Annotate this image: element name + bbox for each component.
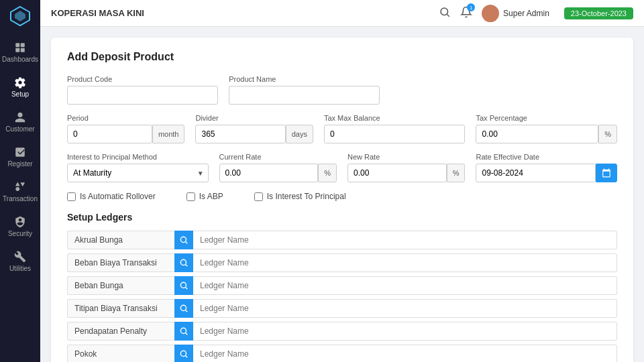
ledger-row: Beban Biaya Transaksi (67, 253, 617, 272)
content-area: Add Deposit Product Product Code Product… (40, 27, 644, 362)
ledger-name-input-4[interactable] (193, 322, 617, 341)
sidebar-item-security[interactable]: Security (0, 209, 40, 244)
sidebar-item-customer[interactable]: Customer (0, 105, 40, 139)
sidebar-item-setup-label: Setup (11, 90, 29, 98)
ledger-name-input-1[interactable] (193, 253, 617, 272)
svg-point-10 (180, 237, 186, 242)
form-row-3: Interest to Principal Method At Maturity… (67, 153, 617, 182)
is-abp-checkbox[interactable] (186, 192, 195, 201)
period-label: Period (67, 114, 184, 122)
form-row-1: Product Code Product Name (67, 75, 617, 105)
tax-percentage-label: Tax Percentage (476, 114, 617, 122)
sidebar-item-setup[interactable]: Setup (0, 70, 40, 105)
ledger-label-0: Akrual Bunga (67, 231, 174, 249)
rate-effective-date-input[interactable] (476, 164, 596, 182)
is-automatic-rollover-label: Is Automatic Rollover (80, 192, 156, 201)
form-row-2: Period month Divider days Tax Max Balanc… (67, 114, 617, 143)
ledger-row: Pokok (67, 345, 617, 362)
sidebar-item-security-label: Security (8, 230, 32, 237)
ledger-name-input-2[interactable] (193, 276, 617, 295)
ledger-search-button-0[interactable] (174, 231, 193, 249)
svg-rect-5 (21, 48, 25, 52)
tax-percentage-input[interactable] (476, 125, 598, 143)
sidebar-item-transaction[interactable]: Transaction (0, 174, 40, 209)
new-rate-wrapper: % (347, 164, 465, 182)
user-info[interactable]: Super Admin (482, 5, 549, 22)
svg-point-9 (484, 16, 496, 22)
main-area: KOPERASI MASA KINI 1 Super Admin 23-Octo… (40, 0, 644, 362)
interest-method-select-wrapper: At Maturity ▼ (67, 164, 209, 182)
new-rate-group: New Rate % (347, 153, 465, 182)
svg-rect-4 (15, 48, 19, 52)
sidebar-item-customer-label: Customer (5, 125, 34, 133)
product-name-input[interactable] (229, 86, 380, 105)
sidebar-item-register[interactable]: Register (0, 139, 40, 174)
ledger-search-button-3[interactable] (174, 299, 193, 318)
ledger-row: Titipan Biaya Transaksi (67, 299, 617, 318)
setup-ledgers-title: Setup Ledgers (67, 212, 617, 223)
svg-point-20 (180, 351, 186, 356)
sidebar-item-utilities-label: Utilities (9, 265, 31, 272)
svg-rect-3 (21, 43, 25, 47)
is-automatic-rollover-checkbox[interactable] (67, 192, 76, 201)
ledger-search-button-2[interactable] (174, 276, 193, 295)
ledger-label-2: Beban Bunga (67, 276, 174, 295)
ledger-search-button-5[interactable] (174, 345, 193, 362)
product-name-group: Product Name (229, 75, 380, 105)
rate-date-wrapper (476, 164, 617, 182)
avatar (482, 5, 499, 22)
period-input-wrapper: month (67, 125, 184, 143)
tax-pct-unit: % (598, 125, 617, 143)
is-interest-to-principal-checkbox[interactable] (254, 192, 263, 201)
sidebar-item-utilities[interactable]: Utilities (0, 244, 40, 279)
svg-point-6 (441, 8, 448, 15)
svg-point-14 (180, 282, 186, 288)
sidebar-item-dashboards-label: Dashboards (2, 56, 38, 63)
svg-rect-2 (15, 43, 19, 47)
new-rate-unit: % (447, 164, 466, 182)
svg-line-7 (447, 14, 449, 16)
current-rate-input[interactable] (219, 164, 319, 182)
sidebar-item-dashboards[interactable]: Dashboards (0, 35, 40, 70)
ledger-name-input-0[interactable] (193, 231, 617, 249)
current-rate-group: Current Rate % (219, 153, 337, 182)
ledger-search-button-4[interactable] (174, 322, 193, 341)
svg-line-17 (186, 310, 188, 312)
interest-method-group: Interest to Principal Method At Maturity… (67, 153, 209, 182)
notification-badge: 1 (467, 3, 475, 11)
calendar-icon[interactable] (596, 164, 617, 182)
sidebar: Dashboards Setup Customer Register Trans… (0, 0, 40, 362)
divider-input[interactable] (195, 125, 285, 143)
topbar-icons: 1 Super Admin 23-October-2023 (439, 5, 633, 22)
tax-pct-wrapper: % (476, 125, 617, 143)
current-rate-label: Current Rate (219, 153, 337, 161)
divider-input-wrapper: days (195, 125, 313, 143)
ledger-name-input-5[interactable] (193, 345, 617, 362)
period-input[interactable] (67, 125, 152, 143)
is-abp-label: Is ABP (199, 192, 223, 201)
notification-icon[interactable]: 1 (460, 6, 472, 20)
svg-line-13 (186, 265, 188, 267)
ledger-label-4: Pendapatan Penalty (67, 322, 174, 341)
ledger-row: Akrual Bunga (67, 231, 617, 249)
automatic-rollover-check: Is Automatic Rollover (67, 192, 156, 201)
interest-method-select[interactable]: At Maturity (68, 164, 197, 182)
product-code-input[interactable] (67, 86, 218, 105)
new-rate-input[interactable] (347, 164, 447, 182)
tax-max-balance-label: Tax Max Balance (324, 114, 466, 122)
app-name: KOPERASI MASA KINI (51, 8, 439, 18)
form-card: Add Deposit Product Product Code Product… (51, 38, 633, 362)
ledger-name-input-3[interactable] (193, 299, 617, 318)
period-group: Period month (67, 114, 184, 143)
new-rate-label: New Rate (347, 153, 465, 161)
chevron-down-icon: ▼ (197, 170, 208, 177)
is-interest-to-principal-label: Is Interest To Principal (267, 192, 346, 201)
tax-max-balance-group: Tax Max Balance (324, 114, 466, 143)
tax-max-balance-input[interactable] (324, 125, 466, 143)
user-name: Super Admin (503, 9, 549, 18)
product-name-label: Product Name (229, 75, 380, 83)
search-icon[interactable] (439, 6, 451, 20)
ledger-search-button-1[interactable] (174, 253, 193, 272)
ledger-label-5: Pokok (67, 345, 174, 362)
ledger-row: Pendapatan Penalty (67, 322, 617, 341)
